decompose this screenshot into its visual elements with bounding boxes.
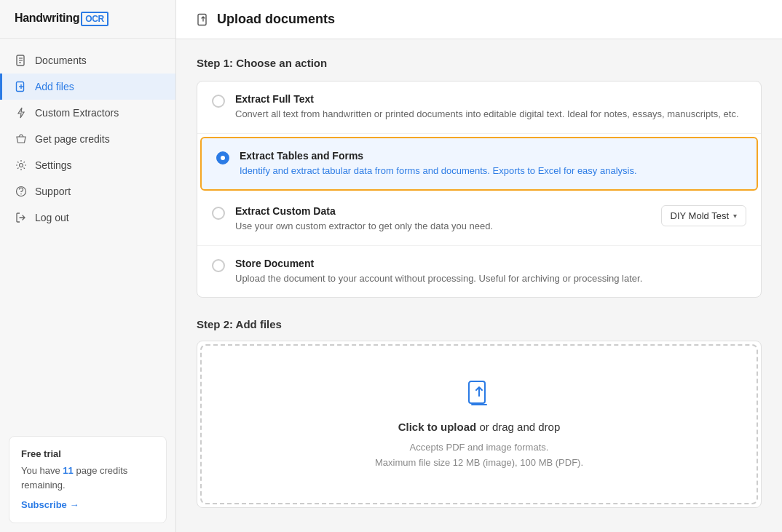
option-title: Store Document [235,258,746,269]
settings-icon [15,159,28,172]
sidebar-item-label: Documents [35,55,87,66]
option-content: Extract Full Text Convert all text from … [235,93,746,122]
option-store-document[interactable]: Store Document Upload the document to yo… [197,246,761,298]
svg-rect-12 [469,381,485,403]
option-title: Extract Custom Data [235,205,651,217]
sidebar-item-logout[interactable]: Log out [0,205,175,231]
sidebar-item-get-page-credits[interactable]: Get page credits [0,126,175,152]
sidebar-item-label: Settings [35,159,72,171]
option-content: Extract Tables and Forms Identify and ex… [240,150,742,178]
upload-dropzone[interactable]: Click to upload or drag and drop Accepts… [200,344,758,504]
step1-title: Step 1: Choose an action [197,57,762,69]
sidebar-nav: Documents Add files Custom Extractors [0,39,175,427]
radio-extract-custom-data[interactable] [212,207,225,220]
option-desc: Upload the document to your account with… [235,271,746,286]
svg-point-10 [20,194,22,195]
content-area: Step 1: Choose an action Extract Full Te… [176,39,782,532]
option-title: Extract Tables and Forms [240,150,742,162]
support-icon [15,185,28,198]
upload-doc-icon [197,13,210,26]
sidebar: HandwritingOCR Documents [0,0,176,532]
step2-title: Step 2: Add files [197,318,762,330]
doc-icon [15,54,28,67]
credits-number: 11 [63,465,73,476]
option-extract-full-text[interactable]: Extract Full Text Convert all text from … [197,82,761,134]
extractor-dropdown[interactable]: DIY Mold Test [661,205,746,226]
sidebar-item-documents[interactable]: Documents [0,47,175,74]
option-content: Store Document Upload the document to yo… [235,258,746,286]
sidebar-item-label: Custom Extractors [35,107,119,119]
sidebar-item-custom-extractors[interactable]: Custom Extractors [0,100,175,126]
option-desc: Identify and extract tabular data from f… [240,164,742,178]
option-extract-tables-forms[interactable]: Extract Tables and Forms Identify and ex… [200,137,758,191]
svg-marker-7 [18,108,24,118]
lightning-icon [15,106,28,119]
page-header: Upload documents [176,0,782,39]
sidebar-item-settings[interactable]: Settings [0,152,175,178]
main-content: Upload documents Step 1: Choose an actio… [176,0,782,532]
options-container: Extract Full Text Convert all text from … [197,81,762,298]
radio-extract-tables-forms[interactable] [216,151,229,164]
option-title: Extract Full Text [235,93,746,105]
credits-text: You have 11 page credits remaining. [21,464,154,492]
radio-store-document[interactable] [212,259,225,272]
free-trial-box: Free trial You have 11 page credits rema… [9,436,167,523]
basket-icon [15,132,28,146]
logo-ocr: OCR [81,12,108,26]
upload-icon [463,378,495,410]
svg-rect-11 [198,14,206,25]
upload-container: Click to upload or drag and drop Accepts… [197,341,762,508]
upload-text: Click to upload or drag and drop [398,421,561,433]
logo-text: HandwritingOCR [15,12,108,26]
sidebar-item-support[interactable]: Support [0,178,175,205]
option-desc: Convert all text from handwritten or pri… [235,107,746,122]
free-trial-label: Free trial [21,448,154,459]
option-desc: Use your own custom extractor to get onl… [235,219,651,234]
subscribe-link[interactable]: Subscribe → [21,499,79,510]
sidebar-item-add-files[interactable]: Add files [0,74,175,100]
sidebar-item-label: Support [35,186,71,197]
radio-extract-full-text[interactable] [212,95,225,108]
page-title: Upload documents [217,12,335,27]
sidebar-item-label: Log out [35,212,69,223]
upload-subtext: Accepts PDF and image formats. Maximum f… [375,440,583,471]
logout-icon [15,211,28,224]
option-content: Extract Custom Data Use your own custom … [235,205,651,234]
add-files-icon [15,80,28,93]
option-extra: DIY Mold Test [661,205,746,226]
sidebar-item-label: Add files [35,81,74,92]
logo: HandwritingOCR [0,0,175,39]
svg-point-8 [20,164,23,167]
option-extract-custom-data[interactable]: Extract Custom Data Use your own custom … [197,194,761,246]
sidebar-item-label: Get page credits [35,133,110,145]
